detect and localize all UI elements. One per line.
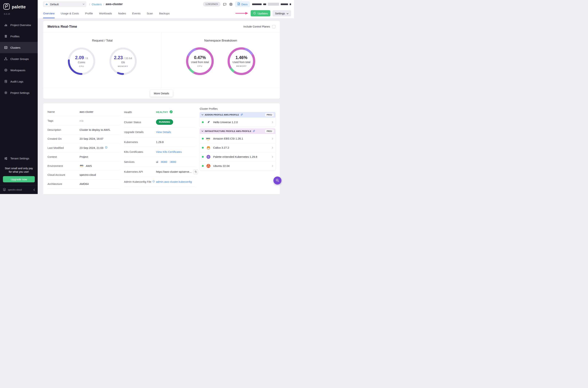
- docs-button[interactable]: Docs: [235, 1, 250, 7]
- field-row-kubeconfig: Admin Kubeconfig File admin.aws-cluster.…: [124, 177, 195, 187]
- field-row-architecture: Architecture AMD64: [47, 179, 120, 189]
- field-row-k8s-certificates: K8s Certificates View K8s Certificates: [124, 147, 195, 157]
- field-row-upgrade-details: Upgrade Details View Details: [124, 127, 195, 137]
- breadcrumb-separator: /: [89, 3, 90, 6]
- settings-button[interactable]: Settings: [272, 10, 291, 16]
- more-details-button[interactable]: More Details: [150, 90, 173, 97]
- document-icon: [237, 2, 240, 6]
- sliders-icon: [4, 157, 8, 160]
- link-icon[interactable]: [253, 130, 255, 133]
- service-port-8080-link[interactable]: :8080: [160, 160, 167, 163]
- sidebar-bottom: Tenant Settings Start small and only pay…: [0, 153, 38, 194]
- include-control-planes: Include Control Planes: [243, 25, 275, 28]
- include-control-planes-checkbox[interactable]: [272, 25, 275, 28]
- tab-workloads[interactable]: Workloads: [99, 8, 112, 18]
- request-total-panel: Request / Total 2.09/ 8 Cores CPU: [43, 32, 162, 88]
- sidebar-item-audit-logs[interactable]: Audit Logs: [0, 76, 38, 87]
- service-port-3000-link[interactable]: :3000: [169, 160, 176, 163]
- breadcrumb-separator: /: [103, 3, 104, 6]
- status-dot: [202, 156, 204, 158]
- profile-pack-palette-extended-kubernetes[interactable]: Palette eXtended Kubernetes 1.29.8: [200, 152, 275, 161]
- updates-button[interactable]: Updates: [251, 10, 270, 16]
- upgrade-now-button[interactable]: Upgrade now: [3, 176, 35, 182]
- tab-nodes[interactable]: Nodes: [118, 8, 126, 18]
- field-row-created-on: Created On 23 Sep 2024, 16:07: [47, 134, 120, 144]
- profile-pack-calico[interactable]: Calico 3.27.2: [200, 143, 275, 152]
- copy-button[interactable]: [193, 170, 198, 174]
- field-row-kubernetes-api: Kubernetes API https://aws-cluster-apise…: [124, 167, 195, 177]
- cluster-profiles-title: Cluster Profiles: [200, 107, 275, 110]
- sidebar-collapse-button[interactable]: [33, 189, 35, 191]
- view-k8s-certificates-link[interactable]: View K8s Certificates: [156, 150, 182, 153]
- sidebar-item-label: Tenant Settings: [10, 157, 29, 160]
- sidebar-item-project-settings[interactable]: Project Settings: [0, 87, 38, 98]
- project-selector-value: Default: [50, 3, 81, 6]
- kubernetes-api-url: https://aws-cluster-apiserve...: [156, 170, 192, 173]
- chevron-right-icon: [272, 138, 273, 140]
- profile-pack-ubuntu[interactable]: Ubuntu 22.04: [200, 161, 275, 170]
- breadcrumb-current: aws-cluster: [106, 2, 123, 6]
- addon-profile-header[interactable]: ADDON PROFILE AWS-PROFILE PROJ: [200, 112, 275, 118]
- tab-overview[interactable]: Overview: [43, 8, 55, 18]
- kubernetes-icon: [206, 155, 211, 159]
- aws-logo-icon: aws: [80, 164, 84, 168]
- chevron-right-icon: [272, 165, 273, 167]
- field-row-description: Description Cluster to deploy to AWS.: [47, 125, 120, 134]
- chat-icon[interactable]: [223, 2, 227, 6]
- cluster-list-icon: [4, 46, 8, 49]
- request-total-heading: Request / Total: [92, 39, 113, 43]
- sidebar-item-profiles[interactable]: Profiles: [0, 31, 38, 42]
- breadcrumb-clusters-link[interactable]: Clusters: [91, 3, 102, 6]
- audit-log-icon: [4, 80, 8, 83]
- magnifier-icon: [276, 178, 279, 183]
- refresh-icon: [253, 12, 256, 15]
- sidebar-item-clusters[interactable]: Clusters: [0, 42, 38, 53]
- footer-brand-label: spectro cloud: [8, 188, 22, 191]
- bar-chart-icon: [4, 23, 8, 27]
- usage-pill: 1.29/100kCh: [203, 2, 221, 7]
- header-tab-row: Overview Usage & Costs Profile Workloads…: [38, 8, 294, 18]
- cluster-status-column: Health HEALTHY Cluster Status RUNNING Up…: [124, 107, 195, 194]
- infrastructure-profile-header[interactable]: INFRASTRUCTURE PROFILE AWS-PROFILE PROJ: [200, 128, 275, 134]
- info-icon[interactable]: [152, 180, 155, 183]
- tab-events[interactable]: Events: [132, 8, 140, 18]
- info-icon[interactable]: [105, 146, 108, 149]
- sidebar-item-label: Project Overview: [10, 24, 31, 26]
- tab-backups[interactable]: Backups: [159, 8, 170, 18]
- proj-badge: PROJ: [265, 129, 274, 133]
- project-selector[interactable]: Default: [43, 1, 86, 7]
- sidebar-item-project-overview[interactable]: Project Overview: [0, 19, 38, 31]
- rocket-icon: [206, 120, 211, 124]
- profile-pack-amazon-ebs-csi[interactable]: aws Amazon EBS CSI 1.26.1: [200, 134, 275, 143]
- metrics-title: Metrics Real-Time: [47, 24, 77, 29]
- project-chart-icon: [45, 2, 48, 6]
- kubeconfig-download-link[interactable]: admin.aws-cluster.kubeconfig: [156, 180, 192, 183]
- sidebar-nav: Project Overview Profiles Clusters Clust…: [0, 19, 38, 98]
- profile-pack-hello-universe[interactable]: Hello Universe 1.2.0: [200, 118, 275, 127]
- tab-usage-costs[interactable]: Usage & Costs: [61, 8, 79, 18]
- sidebar-item-workspaces[interactable]: Workspaces: [0, 65, 38, 76]
- running-status-badge[interactable]: RUNNING: [156, 119, 173, 125]
- status-dot: [202, 138, 204, 140]
- layers-icon: [4, 34, 8, 38]
- link-icon[interactable]: [241, 113, 243, 116]
- sidebar-item-label: Profiles: [10, 35, 20, 38]
- sidebar-item-tenant-settings[interactable]: Tenant Settings: [0, 153, 38, 164]
- cluster-profiles-column: Cluster Profiles ADDON PROFILE AWS-PROFI…: [200, 107, 275, 194]
- view-details-link[interactable]: View Details: [156, 130, 171, 134]
- promo-text-line1: Start small and only pay: [3, 167, 35, 170]
- help-icon[interactable]: [229, 2, 233, 6]
- namespace-memory-donut: 1.46% Used from total MEMORY: [227, 47, 256, 76]
- support-search-fab[interactable]: [273, 176, 281, 185]
- tab-profile[interactable]: Profile: [85, 8, 93, 18]
- svg-text:aws: aws: [80, 164, 83, 166]
- field-row-last-modified: Last Modified 23 Sep 2024, 21:03: [47, 143, 120, 152]
- namespace-cpu-donut: 0.47% Used from total CPU: [185, 47, 214, 76]
- field-row-tags: Tags n/a: [47, 116, 120, 125]
- cluster-tabs: Overview Usage & Costs Profile Workloads…: [43, 8, 170, 18]
- brand-name: palette: [12, 4, 26, 9]
- sidebar-item-label: Clusters: [10, 46, 20, 49]
- sidebar-item-cluster-groups[interactable]: Cluster Groups: [0, 53, 38, 65]
- target-icon: [4, 68, 8, 72]
- tab-scan[interactable]: Scan: [147, 8, 153, 18]
